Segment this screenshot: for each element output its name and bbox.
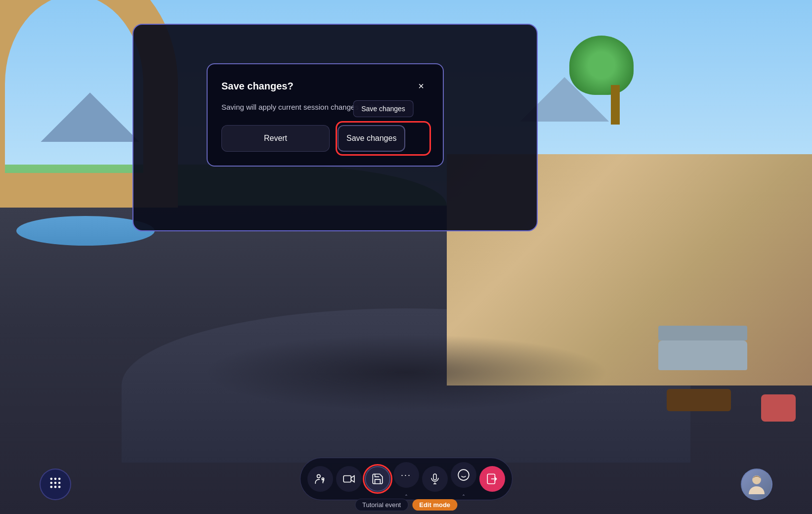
tree-trunk <box>611 85 620 125</box>
svg-point-4 <box>54 482 57 484</box>
emoji-chevron-icon: ‸ <box>463 489 465 496</box>
more-options-group: ··· ‸ <box>393 462 419 496</box>
path-shadow <box>203 334 609 411</box>
svg-rect-11 <box>343 476 351 482</box>
svg-point-15 <box>458 470 469 480</box>
svg-point-3 <box>50 482 53 484</box>
ottoman <box>761 394 796 422</box>
dialog-title: Save changes? <box>221 81 294 92</box>
more-options-button[interactable]: ··· <box>393 462 419 488</box>
svg-point-6 <box>50 486 53 488</box>
close-button[interactable]: × <box>413 78 429 94</box>
dialog-actions: Revert Save changes Save changes <box>221 125 429 152</box>
svg-point-1 <box>54 478 57 480</box>
status-bar: Tutorial event Edit mode <box>355 499 457 511</box>
grid-icon <box>48 476 62 493</box>
svg-rect-12 <box>433 474 436 480</box>
revert-button[interactable]: Revert <box>221 125 330 152</box>
bottom-toolbar: ··· ‸ ‸ <box>300 458 513 500</box>
event-label: Tutorial event <box>355 499 408 511</box>
apps-button[interactable] <box>40 469 71 500</box>
save-toolbar-button[interactable] <box>365 466 390 492</box>
avatar-button[interactable] <box>741 469 772 500</box>
svg-point-7 <box>54 486 57 488</box>
save-tooltip: Save changes <box>353 100 414 117</box>
save-toolbar-wrapper <box>365 466 390 492</box>
dialog-header: Save changes? × <box>221 78 429 94</box>
edit-mode-badge: Edit mode <box>412 499 457 511</box>
tree <box>597 26 634 125</box>
leave-button[interactable] <box>479 466 505 492</box>
tree-canopy <box>569 36 634 95</box>
coffee-table <box>667 389 731 411</box>
save-changes-button[interactable]: Save changes <box>338 125 405 152</box>
sofa <box>658 327 747 370</box>
svg-point-2 <box>58 478 61 480</box>
svg-point-0 <box>50 478 53 480</box>
avatar-icon <box>745 472 769 496</box>
emoji-button[interactable] <box>451 462 476 488</box>
chevron-up-icon: ‸ <box>405 489 407 496</box>
toolbar-group-main: ··· ‸ ‸ <box>300 458 513 500</box>
svg-point-9 <box>317 474 320 478</box>
sofa-seat <box>658 341 747 370</box>
video-button[interactable] <box>336 466 362 492</box>
save-button-wrapper: Save changes Save changes <box>338 125 429 152</box>
more-dots-icon: ··· <box>401 470 411 480</box>
save-changes-dialog: Save changes? × Saving will apply curren… <box>207 63 444 167</box>
svg-point-8 <box>58 486 61 488</box>
presenter-button[interactable] <box>307 466 333 492</box>
svg-point-5 <box>58 482 61 484</box>
mic-button[interactable] <box>422 466 448 492</box>
emoji-group: ‸ <box>451 462 476 496</box>
sofa-back <box>658 326 747 341</box>
